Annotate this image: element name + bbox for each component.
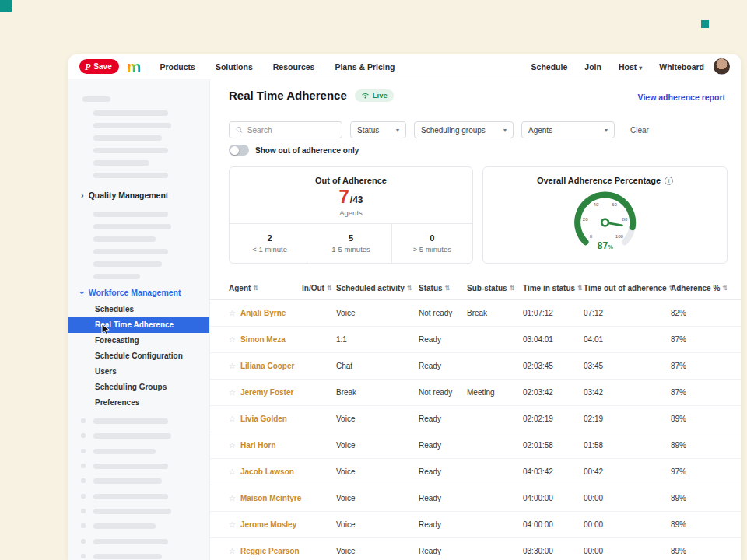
nav-item-products[interactable]: Products xyxy=(160,62,195,72)
bucket-label: 1-5 minutes xyxy=(331,245,370,254)
skeleton-bar xyxy=(93,523,156,529)
search-input[interactable] xyxy=(247,126,335,135)
info-icon[interactable]: i xyxy=(665,177,673,185)
star-icon[interactable]: ☆ xyxy=(229,309,236,317)
adherence-bucket: 2< 1 minute xyxy=(230,224,310,263)
sidebar-item-workforce-management[interactable]: › Workforce Management xyxy=(81,288,181,297)
nav-right-items: ScheduleJoinHost▾Whiteboard xyxy=(531,62,704,72)
agent-name-link[interactable]: Maison Mcintyre xyxy=(240,494,301,502)
sidebar-item-real-time-adherence[interactable]: Real Time Adherence xyxy=(68,317,209,333)
skeleton-bar xyxy=(93,135,162,141)
bucket-value: 0 xyxy=(430,233,434,243)
agent-name-link[interactable]: Reggie Pearson xyxy=(240,547,300,555)
star-icon[interactable]: ☆ xyxy=(229,547,236,555)
sidebar-item-forecasting[interactable]: Forecasting xyxy=(68,333,209,348)
page-title: Real Time Adherence xyxy=(229,89,347,102)
search-icon xyxy=(236,126,243,134)
user-avatar[interactable] xyxy=(714,58,730,75)
column-header-scheduled-activity[interactable]: Scheduled activity⇅ xyxy=(336,284,419,292)
agent-name-link[interactable]: Simon Meza xyxy=(240,335,286,344)
sidebar-item-preferences[interactable]: Preferences xyxy=(68,395,209,411)
agent-cell: ☆Reggie Pearson xyxy=(229,547,302,555)
agent-cell: ☆Jacob Lawson xyxy=(229,467,302,476)
star-icon[interactable]: ☆ xyxy=(229,362,236,370)
nav-item-solutions[interactable]: Solutions xyxy=(216,62,253,72)
view-adherence-report-link[interactable]: View adherence report xyxy=(638,93,725,102)
skeleton-bar xyxy=(93,478,162,484)
sidebar-item-schedule-configuration[interactable]: Schedule Configuration xyxy=(68,348,209,364)
column-header-in-out[interactable]: In/Out⇅ xyxy=(302,284,336,292)
sidebar-item-users[interactable]: Users xyxy=(68,364,209,380)
chevron-down-icon: ▾ xyxy=(503,127,507,134)
brand-logo[interactable]: m xyxy=(127,58,142,75)
nav-item-join[interactable]: Join xyxy=(584,62,601,72)
inout-cell xyxy=(302,520,336,529)
column-header-time-in-status[interactable]: Time in status⇅ xyxy=(523,284,584,292)
decor-square-top-left xyxy=(0,0,12,12)
skeleton-dot xyxy=(81,464,86,468)
skeleton-dot xyxy=(81,509,86,513)
sidebar: › Quality Management › Workforce Managem… xyxy=(68,79,210,560)
table-body: ☆Anjali ByrneVoiceNot readyBreak01:07:12… xyxy=(210,300,741,560)
out-of-adherence-toggle[interactable] xyxy=(229,145,249,156)
time-out-of-adherence-cell: 03:42 xyxy=(584,388,671,397)
agents-label: Agents xyxy=(230,208,472,217)
time-out-of-adherence-cell: 07:12 xyxy=(584,309,671,317)
clear-filters-button[interactable]: Clear xyxy=(630,126,649,135)
skeleton-bar xyxy=(93,418,168,424)
table-header: Agent⇅In/Out⇅Scheduled activity⇅Status⇅S… xyxy=(210,277,741,300)
wifi-icon xyxy=(361,92,370,99)
star-icon[interactable]: ☆ xyxy=(229,335,236,344)
card-title: Out of Adherence xyxy=(230,176,472,185)
pinterest-save-button[interactable]: P Save xyxy=(79,59,119,74)
svg-text:100: 100 xyxy=(615,233,624,239)
column-header-time-out-of-adherence[interactable]: Time out of adherence⇅ xyxy=(584,284,671,292)
status-cell: Ready xyxy=(419,520,467,529)
star-icon[interactable]: ☆ xyxy=(229,520,236,529)
column-header-adherence[interactable]: Adherence %⇅ xyxy=(671,284,741,292)
inout-cell xyxy=(302,335,336,344)
column-header-label: In/Out xyxy=(302,284,324,292)
agent-name-link[interactable]: Jacob Lawson xyxy=(240,467,294,476)
nav-item-host[interactable]: Host▾ xyxy=(619,62,642,72)
time-in-status-cell: 03:30:00 xyxy=(523,547,584,555)
nav-item-schedule[interactable]: Schedule xyxy=(531,62,568,72)
skeleton-bar xyxy=(93,274,140,279)
agent-name-link[interactable]: Liliana Cooper xyxy=(240,362,294,370)
column-header-agent[interactable]: Agent⇅ xyxy=(229,284,302,292)
star-icon[interactable]: ☆ xyxy=(229,494,236,502)
star-icon[interactable]: ☆ xyxy=(229,388,236,397)
skeleton-bar xyxy=(93,110,168,116)
inout-cell xyxy=(302,547,336,555)
svg-text:87%: 87% xyxy=(597,240,613,251)
sidebar-item-schedules[interactable]: Schedules xyxy=(68,302,209,317)
agent-cell: ☆Hari Horn xyxy=(229,441,302,450)
toggle-label: Show out of adherence only xyxy=(255,146,359,155)
star-icon[interactable]: ☆ xyxy=(229,441,236,450)
scheduled-activity-cell: Voice xyxy=(336,547,419,555)
filter-dropdown-scheduling-groups[interactable]: Scheduling groups▾ xyxy=(414,121,514,138)
toggle-knob xyxy=(230,146,239,155)
status-cell: Ready xyxy=(419,494,467,502)
time-in-status-cell: 04:00:00 xyxy=(523,494,584,502)
sidebar-item-scheduling-groups[interactable]: Scheduling Groups xyxy=(68,380,209,395)
chevron-down-icon: ▾ xyxy=(639,65,642,72)
filter-dropdown-agents[interactable]: Agents▾ xyxy=(521,121,615,138)
nav-item-plans-pricing[interactable]: Plans & Pricing xyxy=(335,62,395,72)
nav-item-resources[interactable]: Resources xyxy=(273,62,315,72)
star-icon[interactable]: ☆ xyxy=(229,415,236,423)
star-icon[interactable]: ☆ xyxy=(229,467,236,476)
agent-name-link[interactable]: Anjali Byrne xyxy=(240,309,286,317)
sidebar-item-quality-management[interactable]: › Quality Management xyxy=(81,191,168,200)
agent-name-link[interactable]: Hari Horn xyxy=(240,441,276,450)
adherence-cell: 89% xyxy=(671,441,741,450)
bucket-label: < 1 minute xyxy=(252,245,287,254)
nav-item-whiteboard[interactable]: Whiteboard xyxy=(659,62,704,72)
filter-dropdown-status[interactable]: Status▾ xyxy=(350,121,406,138)
agent-name-link[interactable]: Livia Golden xyxy=(240,415,287,423)
agent-name-link[interactable]: Jeremy Foster xyxy=(240,388,293,397)
filter-dropdowns: Status▾Scheduling groups▾Agents▾ xyxy=(350,121,615,138)
agent-name-link[interactable]: Jerome Mosley xyxy=(240,520,296,529)
column-header-status[interactable]: Status⇅ xyxy=(419,284,467,292)
column-header-sub-status[interactable]: Sub-status⇅ xyxy=(467,284,523,292)
